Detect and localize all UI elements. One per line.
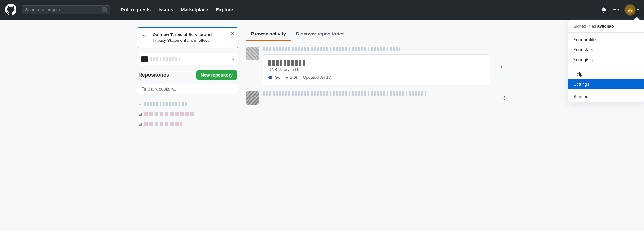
new-item-button[interactable]: + ▾ (612, 5, 621, 15)
activity-body-1: DNS library in Go Go ★ 2.9k Updated Jul … (263, 47, 490, 86)
avatar-caret-icon: ▾ (637, 8, 639, 12)
dropdown-help[interactable]: Help (568, 69, 644, 79)
repositories-title: Repositories (138, 72, 169, 78)
nav-issues[interactable]: Issues (155, 5, 176, 15)
svg-point-6 (631, 9, 632, 10)
repo-item-icon-2: ⊟ (138, 112, 142, 116)
repo-item-name-3 (144, 122, 182, 126)
main-layout: ⊙ Our new Terms of Service and Privacy S… (132, 20, 512, 137)
repo-card-stars: ★ 2.9k (285, 75, 298, 80)
notice-text: Our new Terms of Service and Privacy Sta… (153, 32, 234, 43)
activity-avatar-img-2 (246, 91, 259, 105)
activity-header-blurred (263, 47, 400, 51)
nav-explore[interactable]: Explore (213, 5, 237, 15)
dropdown-signed-in-header: Signed in as ayuchao (568, 20, 644, 33)
github-logo[interactable] (5, 4, 16, 16)
plus-caret-icon: ▾ (617, 8, 619, 12)
user-selector-caret-icon: ▾ (232, 57, 234, 62)
navbar: / Pull requests Issues Marketplace Explo… (0, 0, 644, 20)
svg-point-5 (629, 9, 630, 10)
repo-card-description: DNS library in Go (268, 67, 485, 72)
user-selector-avatar (141, 56, 148, 62)
activity-avatar-1 (246, 47, 259, 60)
dropdown-your-profile[interactable]: Your profile (568, 34, 644, 45)
main-nav: Pull requests Issues Marketplace Explore (118, 5, 595, 15)
svg-point-7 (629, 11, 631, 12)
dropdown-username: ayuchao (597, 24, 614, 28)
repo-card-lang: Go (268, 75, 280, 80)
activity-avatar-2 (246, 91, 259, 105)
dropdown-settings[interactable]: Settings (568, 79, 644, 89)
subscribe-icon: ⊹ (502, 95, 507, 102)
list-item[interactable]: L (137, 98, 238, 109)
activity-header-blurred-2 (263, 91, 428, 96)
dropdown-section-2: Help Settings (568, 67, 644, 91)
tabs: Browse activity Discover repositories (246, 27, 507, 41)
repo-item-icon: L (138, 101, 141, 106)
sidebar: ⊙ Our new Terms of Service and Privacy S… (137, 27, 238, 129)
repo-card-meta: Go ★ 2.9k Updated Jul 17 (268, 75, 485, 80)
search-box[interactable]: / (22, 5, 110, 14)
repositories-header: Repositories New repository (137, 70, 238, 80)
repo-item-icon-3: ⊞ (138, 122, 142, 127)
notifications-button[interactable] (600, 6, 608, 14)
activity-item-2: ⊹ (246, 91, 507, 105)
arrow-right-icon: → (494, 61, 504, 72)
dropdown-your-stars[interactable]: Your stars (568, 45, 644, 55)
user-menu-button[interactable]: ▾ (624, 4, 639, 16)
user-selector[interactable]: ▾ (137, 53, 238, 65)
nav-marketplace[interactable]: Marketplace (178, 5, 212, 15)
dropdown-section-3: Sign out (568, 91, 644, 102)
activity-item-1: DNS library in Go Go ★ 2.9k Updated Jul … (246, 47, 507, 86)
notice-box: ⊙ Our new Terms of Service and Privacy S… (137, 27, 238, 48)
activity-avatar-img-1 (246, 47, 259, 60)
repo-item-suffix: f (198, 112, 199, 116)
search-input[interactable] (25, 7, 99, 12)
repo-card-title[interactable] (268, 60, 485, 66)
new-repository-button[interactable]: New repository (196, 70, 237, 80)
lang-dot-icon (268, 76, 272, 79)
repo-item-name-2 (144, 112, 195, 116)
user-dropdown-menu: Signed in as ayuchao Your profile Your s… (568, 20, 644, 102)
user-selector-left (141, 56, 182, 62)
notice-icon: ⊙ (141, 32, 146, 39)
main-content: Browse activity Discover repositories DN… (246, 27, 507, 129)
notice-close-button[interactable]: × (231, 31, 234, 36)
repo-card-title-blurred (268, 60, 306, 66)
user-selector-name (150, 57, 182, 61)
list-item[interactable]: ⊟ f (137, 109, 238, 119)
list-item[interactable]: ⊞ (137, 119, 238, 129)
nav-pull-requests[interactable]: Pull requests (118, 5, 154, 15)
dropdown-your-gists[interactable]: Your gists (568, 55, 644, 65)
tab-discover-repositories[interactable]: Discover repositories (291, 27, 350, 41)
user-avatar (624, 4, 636, 16)
activity-body-2 (263, 91, 498, 96)
repo-item-name (144, 102, 188, 106)
dropdown-arrow (634, 17, 639, 20)
repo-search-input[interactable] (137, 84, 238, 94)
tab-browse-activity[interactable]: Browse activity (246, 27, 291, 41)
navbar-actions: + ▾ ▾ (600, 4, 639, 16)
repo-card-1: DNS library in Go Go ★ 2.9k Updated Jul … (263, 54, 490, 85)
plus-icon: + (613, 6, 617, 14)
repo-card-updated: Updated Jul 17 (303, 75, 331, 80)
repo-list: L ⊟ f ⊞ (137, 98, 238, 129)
dropdown-sign-out[interactable]: Sign out (568, 91, 644, 102)
kbd-slash: / (102, 7, 107, 12)
dropdown-section-1: Your profile Your stars Your gists (568, 33, 644, 67)
